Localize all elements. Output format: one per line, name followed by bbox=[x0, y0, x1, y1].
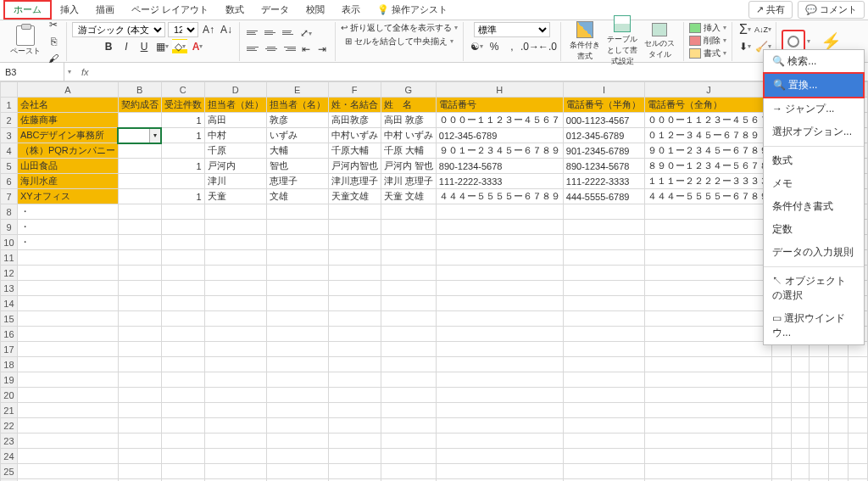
align-left-button[interactable] bbox=[245, 42, 262, 55]
row-header-15[interactable]: 15 bbox=[1, 311, 18, 327]
cell-dropdown-icon[interactable]: ▾ bbox=[149, 128, 161, 143]
cell-O18[interactable] bbox=[848, 357, 867, 372]
cell-G5[interactable]: 戸河内 智也 bbox=[381, 159, 436, 174]
cell-I15[interactable] bbox=[563, 311, 645, 327]
row-header-2[interactable]: 2 bbox=[1, 113, 18, 128]
cell-H24[interactable] bbox=[436, 449, 563, 464]
col-header-F[interactable]: F bbox=[328, 82, 381, 98]
cell-J10[interactable] bbox=[645, 235, 772, 250]
cell-I19[interactable] bbox=[563, 372, 645, 388]
name-box[interactable]: B3 bbox=[0, 63, 64, 81]
cell-F21[interactable] bbox=[328, 403, 381, 418]
cell-A19[interactable] bbox=[17, 372, 118, 388]
cell-A23[interactable] bbox=[17, 433, 118, 449]
cell-B17[interactable] bbox=[118, 342, 161, 357]
cell-M21[interactable] bbox=[809, 403, 829, 418]
cell-C23[interactable] bbox=[161, 433, 204, 449]
cell-B23[interactable] bbox=[118, 433, 161, 449]
cell-J11[interactable] bbox=[645, 250, 772, 266]
cell-B11[interactable] bbox=[118, 250, 161, 266]
cell-H25[interactable] bbox=[436, 464, 563, 479]
cell-B15[interactable] bbox=[118, 311, 161, 327]
cell-B7[interactable] bbox=[118, 189, 161, 204]
cell-I22[interactable] bbox=[563, 418, 645, 433]
cell-C6[interactable] bbox=[161, 174, 204, 189]
cell-J3[interactable]: ０１２ー３４５ー６７８９ bbox=[645, 128, 772, 143]
decrease-font-button[interactable]: A↓ bbox=[219, 22, 234, 37]
tab-formulas[interactable]: 数式 bbox=[217, 2, 253, 18]
cell-G6[interactable]: 津川 恵理子 bbox=[381, 174, 436, 189]
cell-E17[interactable] bbox=[266, 342, 328, 357]
cell-I2[interactable]: 000-1123-4567 bbox=[563, 113, 645, 128]
cell-H14[interactable] bbox=[436, 296, 563, 311]
cell-N22[interactable] bbox=[829, 418, 849, 433]
number-format-select[interactable]: 標準 bbox=[474, 22, 550, 37]
cell-A21[interactable] bbox=[17, 403, 118, 418]
cell-A1[interactable]: 会社名 bbox=[17, 98, 118, 113]
ideas-button[interactable]: ⚡ bbox=[821, 31, 842, 52]
cell-B8[interactable] bbox=[118, 204, 161, 220]
cell-H4[interactable]: ９０１ー２３４５ー６７８９ bbox=[436, 143, 563, 159]
underline-button[interactable]: U bbox=[136, 39, 152, 54]
col-header-I[interactable]: I bbox=[563, 82, 645, 98]
cell-F9[interactable] bbox=[328, 220, 381, 235]
cell-B1[interactable]: 契約成否 bbox=[118, 98, 161, 113]
cell-F8[interactable] bbox=[328, 204, 381, 220]
row-header-14[interactable]: 14 bbox=[1, 296, 18, 311]
align-center-button[interactable] bbox=[263, 42, 280, 55]
cell-J12[interactable] bbox=[645, 266, 772, 281]
merge-center-button[interactable]: ⊞ セルを結合して中央揃え ▾ bbox=[345, 36, 453, 48]
cell-J22[interactable] bbox=[645, 418, 772, 433]
cell-E14[interactable] bbox=[266, 296, 328, 311]
cell-I21[interactable] bbox=[563, 403, 645, 418]
cell-J18[interactable] bbox=[645, 357, 772, 372]
cell-G25[interactable] bbox=[381, 464, 436, 479]
cell-O21[interactable] bbox=[848, 403, 867, 418]
cell-A17[interactable] bbox=[17, 342, 118, 357]
cell-E21[interactable] bbox=[266, 403, 328, 418]
cell-N23[interactable] bbox=[829, 433, 849, 449]
col-header-H[interactable]: H bbox=[436, 82, 563, 98]
cell-G22[interactable] bbox=[381, 418, 436, 433]
cell-D8[interactable] bbox=[204, 204, 266, 220]
cell-F18[interactable] bbox=[328, 357, 381, 372]
cell-E10[interactable] bbox=[266, 235, 328, 250]
menu-item-9[interactable]: ↖ オブジェクトの選択 bbox=[764, 270, 864, 307]
cell-E22[interactable] bbox=[266, 418, 328, 433]
cell-F20[interactable] bbox=[328, 388, 381, 403]
cell-C3[interactable]: 1 bbox=[161, 128, 204, 143]
cell-F11[interactable] bbox=[328, 250, 381, 266]
cell-D24[interactable] bbox=[204, 449, 266, 464]
bold-button[interactable]: B bbox=[101, 39, 116, 54]
cell-A9[interactable]: ・ bbox=[17, 220, 118, 235]
row-header-21[interactable]: 21 bbox=[1, 403, 18, 418]
cell-E12[interactable] bbox=[266, 266, 328, 281]
cell-D19[interactable] bbox=[204, 372, 266, 388]
cell-C1[interactable]: 受注件数 bbox=[161, 98, 204, 113]
cell-F14[interactable] bbox=[328, 296, 381, 311]
cell-H8[interactable] bbox=[436, 204, 563, 220]
cell-M24[interactable] bbox=[809, 449, 829, 464]
cell-F12[interactable] bbox=[328, 266, 381, 281]
cell-F23[interactable] bbox=[328, 433, 381, 449]
cell-G3[interactable]: 中村 いずみ bbox=[381, 128, 436, 143]
cell-N19[interactable] bbox=[829, 372, 849, 388]
cell-M18[interactable] bbox=[809, 357, 829, 372]
cell-D21[interactable] bbox=[204, 403, 266, 418]
cell-F13[interactable] bbox=[328, 281, 381, 296]
row-header-7[interactable]: 7 bbox=[1, 189, 18, 204]
sort-filter-button[interactable]: A↓Z▾ bbox=[755, 22, 771, 37]
orientation-button[interactable]: ⤢▾ bbox=[298, 25, 314, 41]
cell-J6[interactable]: １１１ー２２２２ー３３３３ bbox=[645, 174, 772, 189]
increase-font-button[interactable]: A↑ bbox=[201, 22, 216, 37]
cell-F7[interactable]: 天童文雄 bbox=[328, 189, 381, 204]
tab-draw[interactable]: 描画 bbox=[87, 2, 123, 18]
cell-D10[interactable] bbox=[204, 235, 266, 250]
cell-D18[interactable] bbox=[204, 357, 266, 372]
cell-E16[interactable] bbox=[266, 327, 328, 342]
cut-button[interactable]: ✂ bbox=[46, 17, 61, 32]
cell-B21[interactable] bbox=[118, 403, 161, 418]
cell-C8[interactable] bbox=[161, 204, 204, 220]
cell-F25[interactable] bbox=[328, 464, 381, 479]
cell-B18[interactable] bbox=[118, 357, 161, 372]
